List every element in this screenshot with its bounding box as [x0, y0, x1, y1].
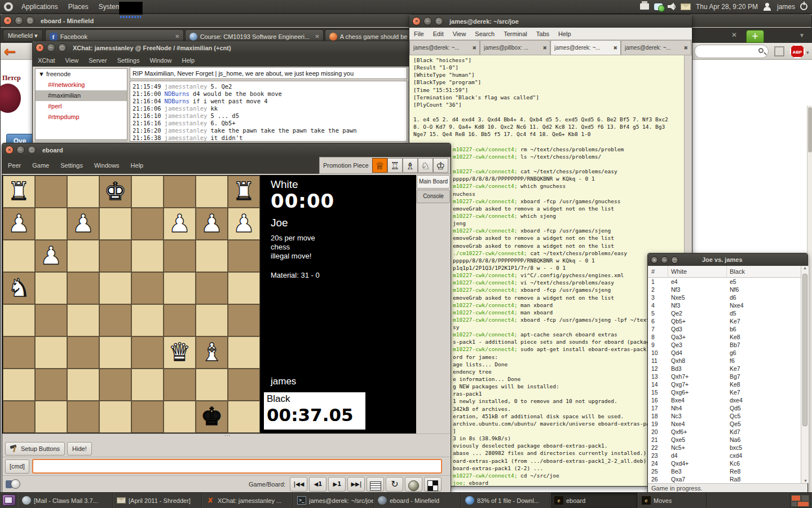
terminal-menu-search[interactable]: Search: [475, 30, 495, 37]
board-square[interactable]: [196, 240, 228, 272]
board-square[interactable]: [228, 369, 260, 401]
close-icon[interactable]: ✕: [36, 43, 44, 52]
taskbar-item[interactable]: ✘XChat: jamesstanley ...: [202, 493, 293, 508]
move-row[interactable]: 15Qxg6+Ke7: [648, 388, 801, 396]
move-row[interactable]: 13Qxh7+Bg7: [648, 373, 801, 380]
board-square[interactable]: [67, 240, 99, 272]
channel-item[interactable]: #perl: [36, 101, 127, 112]
board-square[interactable]: [164, 240, 196, 272]
close-icon[interactable]: ✕: [3, 16, 12, 25]
first-button[interactable]: |◀◀: [290, 477, 307, 492]
piece-wQ[interactable]: ♛: [164, 336, 196, 369]
piece-wP[interactable]: ♟: [67, 208, 99, 240]
piece-wP[interactable]: ♟: [164, 208, 196, 240]
xchat-menu-help[interactable]: Help: [182, 57, 195, 64]
board-square[interactable]: [99, 401, 131, 433]
move-row[interactable]: 12Bd3Ke7: [648, 365, 801, 373]
user-menu[interactable]: james: [777, 3, 795, 11]
move-row[interactable]: 22Nc5+bxc5: [648, 444, 801, 452]
grid-icon[interactable]: [774, 46, 784, 56]
board-square[interactable]: [67, 304, 99, 336]
move-row[interactable]: 18Nc3Qc5: [648, 412, 801, 420]
taskbar-item[interactable]: eeboard: [550, 493, 638, 508]
board-square[interactable]: [196, 369, 228, 401]
minimize-icon[interactable]: ─: [423, 17, 432, 25]
board-square[interactable]: [35, 208, 67, 240]
board-square[interactable]: [196, 176, 228, 208]
xchat-menu-view[interactable]: View: [65, 57, 79, 64]
piece-wB[interactable]: ♝: [196, 336, 228, 369]
move-row[interactable]: 21Qxe5Na6: [648, 436, 801, 444]
maximize-icon[interactable]: ▢: [671, 256, 678, 264]
channel-item[interactable]: #rtmpdump: [36, 112, 127, 122]
piece-wK[interactable]: ♚: [99, 176, 131, 208]
promotion-king-button[interactable]: ♔: [433, 158, 448, 173]
workspace-switcher[interactable]: [790, 494, 810, 507]
board-square[interactable]: [228, 401, 260, 433]
panel-menu-places[interactable]: Places: [68, 3, 89, 11]
eboard-menu-settings[interactable]: Settings: [60, 162, 83, 169]
board-square[interactable]: [67, 336, 99, 369]
move-row[interactable]: 8Qa3+Ke8: [648, 333, 801, 341]
printer-icon[interactable]: [640, 3, 649, 10]
close-tab-icon[interactable]: ✖: [542, 45, 547, 51]
mail-icon[interactable]: [681, 3, 691, 10]
board-square[interactable]: [67, 401, 99, 433]
board-square[interactable]: [131, 369, 164, 401]
xchat-menu-xchat[interactable]: XChat: [38, 57, 55, 64]
piece-wP[interactable]: ♟: [196, 208, 228, 240]
close-icon[interactable]: ✕: [412, 17, 421, 25]
piece-bK[interactable]: ♚: [196, 401, 228, 433]
close-icon[interactable]: ✕: [651, 256, 658, 264]
xchat-menu-window[interactable]: Window: [149, 57, 171, 64]
terminal-menu-tabs[interactable]: Tabs: [536, 30, 549, 37]
chess-clock-icon[interactable]: [6, 478, 20, 491]
minimize-icon[interactable]: ─: [16, 146, 25, 154]
move-row[interactable]: 7Qd3b6: [648, 325, 801, 333]
adblock-icon[interactable]: ABP: [790, 45, 805, 58]
taskbar-item[interactable]: eboard - Minefield: [374, 493, 461, 508]
move-row[interactable]: 25Be3Re8: [648, 467, 801, 475]
piece-wN[interactable]: ♞: [3, 272, 35, 304]
move-row[interactable]: 17Nh4Qd5: [648, 404, 801, 412]
flip-board-button[interactable]: [424, 477, 442, 492]
promotion-rook-button[interactable]: ♖: [387, 158, 403, 173]
close-tab-icon[interactable]: ✕: [315, 33, 319, 40]
board-square[interactable]: [131, 240, 164, 272]
board-square[interactable]: [35, 401, 67, 433]
board-square[interactable]: [99, 336, 131, 369]
cmd-button[interactable]: [cmd]: [5, 459, 29, 474]
move-row[interactable]: 6Qb5+Ke7: [648, 317, 801, 325]
move-row[interactable]: 9Qe3Bb7: [648, 341, 801, 349]
tab-main-board[interactable]: Main Board: [417, 175, 450, 189]
board-square[interactable]: [131, 401, 164, 433]
minimize-icon[interactable]: ─: [15, 16, 23, 25]
new-tab-button[interactable]: +: [746, 30, 764, 43]
scrollbar-thumb[interactable]: [802, 274, 807, 426]
channel-item[interactable]: ##networking: [36, 80, 127, 90]
command-input[interactable]: [32, 459, 442, 474]
app-menu-button[interactable]: Minefield ▾: [3, 29, 43, 42]
desktop-icon[interactable]: [119, 2, 143, 15]
close-icon[interactable]: ✕: [5, 146, 14, 154]
panel-clock[interactable]: Thu Apr 28, 9:20 PM: [696, 3, 758, 11]
maximize-icon[interactable]: ▢: [58, 43, 67, 52]
taskbar-item[interactable]: [April 2011 - Shredder]: [113, 493, 202, 508]
xchat-menu-settings[interactable]: Settings: [117, 57, 140, 64]
chess-board[interactable]: ♜♚♜♟♟♟♟♟♟♞♛♝♚: [2, 175, 261, 433]
taskbar-item[interactable]: [Mail - Claws Mail 3.7...: [18, 493, 113, 508]
close-tab-icon[interactable]: ✖: [472, 45, 476, 51]
move-row[interactable]: 11Qxh8f6: [648, 357, 801, 365]
terminal-tab[interactable]: james@pillbox: ...✖: [480, 40, 550, 55]
terminal-menu-file[interactable]: File: [414, 30, 424, 37]
board-square[interactable]: [164, 304, 196, 336]
search-input[interactable]: [694, 45, 769, 58]
board-square[interactable]: [164, 401, 196, 433]
panel-menu-applications[interactable]: Applications: [21, 3, 58, 11]
eboard-menu-peer[interactable]: Peer: [8, 162, 21, 169]
board-square[interactable]: [67, 272, 99, 304]
moves-titlebar[interactable]: ✕ ─ ▢ Joe vs. james: [648, 253, 807, 266]
terminal-menu-terminal[interactable]: Terminal: [504, 30, 527, 37]
terminal-menu-view[interactable]: View: [453, 30, 466, 37]
move-row[interactable]: 2Nf3Nf6: [648, 286, 801, 294]
